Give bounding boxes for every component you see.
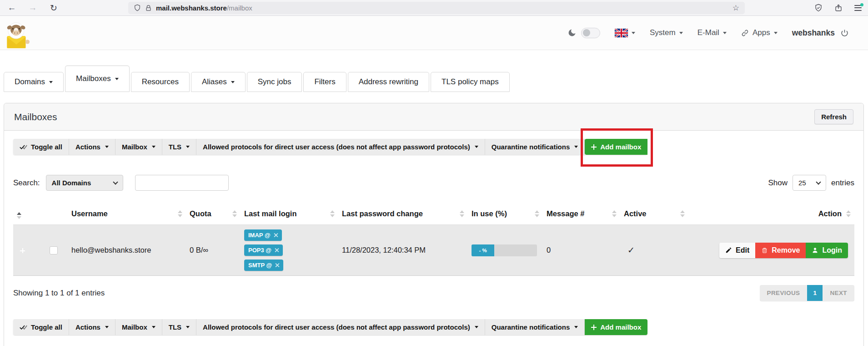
header-menu: System E-Mail Apps webshanks [567,28,849,38]
menu-apps[interactable]: Apps [741,28,778,37]
browser-refresh-icon[interactable]: ↻ [48,3,59,13]
browser-actions [814,4,862,12]
row-action-buttons: Edit Remove Login [719,243,848,258]
col-quota-label: Quota [190,209,211,218]
col-last-mail-login[interactable]: Last mail login [241,203,338,225]
lock-icon[interactable] [145,5,152,11]
allowed-protocols-dropdown[interactable]: Allowed protocols for direct user access… [196,139,485,155]
sort-expand-column[interactable] [13,203,40,225]
col-in-use[interactable]: In use (%) [468,203,543,225]
tls-label: TLS [169,143,181,151]
quarantine-notifications-dropdown[interactable]: Quarantine notifications [485,139,585,155]
col-username[interactable]: Username [68,203,186,225]
tab-tls-policy-maps[interactable]: TLS policy maps [431,72,510,92]
col-last-password-change-label: Last password change [342,209,423,218]
toggle-all-button[interactable]: Toggle all [13,319,69,335]
browser-forward-icon[interactable]: → [27,3,38,13]
chevron-down-icon [113,179,118,184]
imap-badge[interactable]: IMAP @ [244,229,282,241]
tab-domains-label: Domains [15,77,45,86]
caret-down-icon [774,32,778,34]
col-active[interactable]: Active [620,203,688,225]
moon-icon [567,28,577,37]
col-action[interactable]: Action [688,203,854,225]
caret-down-icon [115,78,119,80]
tab-sync-jobs-label: Sync jobs [258,77,291,86]
refresh-button[interactable]: Refresh [814,109,853,124]
toggle-all-button[interactable]: Toggle all [13,139,69,155]
mailcow-logo[interactable] [5,21,31,51]
remove-button[interactable]: Remove [755,243,806,258]
tracking-shield-icon[interactable] [134,4,141,11]
add-mailbox-button[interactable]: Add mailbox [585,139,647,155]
mailbox-toolbar-top: Toggle all Actions Mailbox TLS Allowed p… [13,139,647,155]
pagination-next[interactable]: NEXT [823,285,854,301]
dark-mode-toggle[interactable] [581,28,600,38]
login-button[interactable]: Login [806,243,848,258]
domain-filter-select[interactable]: All Domains [46,175,123,191]
logout-power-icon[interactable] [840,29,849,37]
menu-system[interactable]: System [650,28,683,37]
sort-arrows-icon [232,210,237,217]
table-footer: Showing 1 to 1 of 1 entries PREVIOUS 1 N… [13,285,854,301]
tab-address-rewriting[interactable]: Address rewriting [348,72,429,92]
page-size-select[interactable]: 25 [793,175,826,191]
tab-sync-jobs[interactable]: Sync jobs [247,72,302,92]
menu-email[interactable]: E-Mail [697,28,727,37]
pop3-badge[interactable]: POP3 @ [244,244,283,256]
save-page-icon[interactable] [834,4,843,12]
plus-icon [591,325,597,330]
close-icon[interactable] [274,233,278,237]
mailbox-dropdown[interactable]: Mailbox [115,139,162,155]
caret-down-icon [231,81,235,83]
mailbox-dropdown[interactable]: Mailbox [115,319,162,335]
edit-label: Edit [736,246,749,254]
address-bar[interactable]: mail.webshanks.store/mailbox ☆ [128,2,745,14]
pagination-page-1[interactable]: 1 [807,285,823,301]
caret-down-icon [574,326,578,328]
toggle-all-label: Toggle all [31,143,62,151]
actions-dropdown[interactable]: Actions [69,139,115,155]
user-menu: webshanks [792,28,849,38]
sort-arrows-icon [846,210,851,217]
menu-email-label: E-Mail [697,28,719,37]
browser-back-icon[interactable]: ← [6,3,17,13]
menu-system-label: System [650,28,676,37]
mailboxes-panel: Mailboxes Refresh Toggle all Actions Mai… [4,103,864,346]
actions-dropdown[interactable]: Actions [69,319,115,335]
col-quota[interactable]: Quota [186,203,241,225]
active-check-icon: ✓ [624,245,635,255]
smtp-badge[interactable]: SMTP @ [244,260,283,271]
col-message-count[interactable]: Message # [543,203,620,225]
close-icon[interactable] [275,263,279,267]
tab-mailboxes[interactable]: Mailboxes [65,66,130,92]
pop3-badge-label: POP3 @ [248,247,271,254]
caret-down-icon [152,146,156,148]
quarantine-notifications-dropdown[interactable]: Quarantine notifications [485,319,585,335]
mailbox-label: Mailbox [122,323,147,331]
tab-resources[interactable]: Resources [131,72,190,92]
pagination-previous[interactable]: PREVIOUS [760,285,808,301]
tls-dropdown[interactable]: TLS [162,139,196,155]
add-mailbox-button[interactable]: Add mailbox [585,319,647,335]
shield-check-icon[interactable] [814,4,823,12]
caret-down-icon [475,146,478,148]
tab-domains[interactable]: Domains [4,72,64,92]
allowed-protocols-dropdown[interactable]: Allowed protocols for direct user access… [196,319,485,335]
search-input[interactable] [135,175,229,191]
row-message-count: 0 [543,225,620,276]
page-size-value: 25 [798,179,806,187]
row-checkbox[interactable] [50,246,58,254]
sort-arrows-icon [178,210,182,217]
tls-dropdown[interactable]: TLS [162,319,196,335]
language-selector[interactable] [615,29,635,37]
bookmark-star-icon[interactable]: ☆ [733,3,739,13]
theme-toggle-group [567,28,600,38]
add-mailbox-label: Add mailbox [600,143,641,151]
col-last-password-change[interactable]: Last password change [338,203,468,225]
browser-menu-icon[interactable] [854,5,862,11]
close-icon[interactable] [275,248,279,252]
tab-filters[interactable]: Filters [303,72,346,92]
edit-button[interactable]: Edit [719,243,755,258]
tab-aliases[interactable]: Aliases [191,72,246,92]
